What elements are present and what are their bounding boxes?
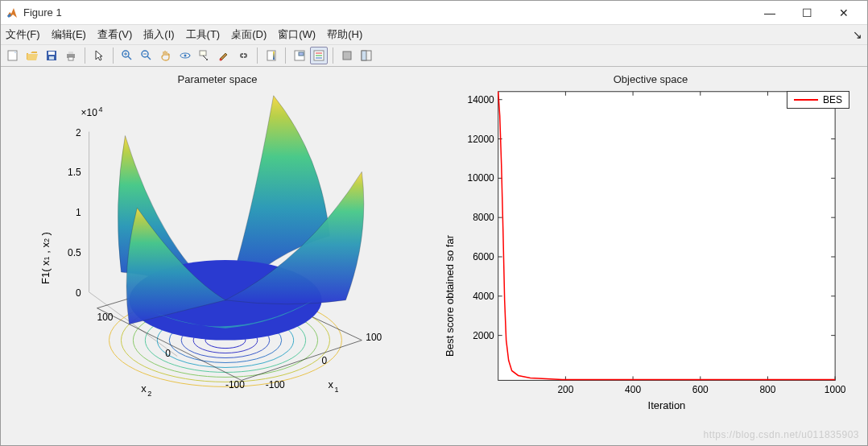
svg-text:100: 100 xyxy=(366,332,382,343)
svg-text:100: 100 xyxy=(97,312,114,323)
matlab-app-icon xyxy=(6,6,19,19)
svg-text:600: 600 xyxy=(692,384,709,395)
left-axes-title: Parameter space xyxy=(1,73,434,85)
svg-rect-28 xyxy=(343,52,351,60)
svg-text:0: 0 xyxy=(165,348,171,359)
svg-text:-100: -100 xyxy=(225,379,245,390)
svg-point-18 xyxy=(206,59,208,60)
svg-rect-3 xyxy=(49,56,54,60)
legend-line-icon xyxy=(794,99,818,101)
maximize-button[interactable]: ☐ xyxy=(788,1,825,25)
zoom-in-button[interactable] xyxy=(118,47,136,64)
svg-text:12000: 12000 xyxy=(468,134,495,145)
brush-button[interactable] xyxy=(215,47,233,64)
legend-label: BES xyxy=(823,94,842,105)
save-button[interactable] xyxy=(43,47,60,64)
minimize-button[interactable]: — xyxy=(751,1,788,25)
hide-tools-button[interactable] xyxy=(338,47,356,64)
svg-rect-5 xyxy=(68,52,73,54)
axes-parameter-space[interactable]: Parameter space F1( x1 , x2 ) ×10 4 2 1.… xyxy=(1,67,434,445)
svg-text:x: x xyxy=(141,382,147,394)
legend[interactable]: BES xyxy=(787,91,849,109)
toolbar xyxy=(1,44,867,67)
menu-insert[interactable]: 插入(I) xyxy=(143,27,174,42)
svg-text:14000: 14000 xyxy=(468,94,495,105)
svg-point-15 xyxy=(184,55,187,57)
left-zlabel: F1( x1 , x2 ) xyxy=(39,232,52,284)
svg-line-8 xyxy=(128,56,131,60)
svg-text:10000: 10000 xyxy=(468,172,495,184)
close-button[interactable]: ✕ xyxy=(825,1,862,25)
watermark: https://blog.csdn.net/u011835903 xyxy=(704,429,859,440)
svg-text:4: 4 xyxy=(99,105,103,114)
dock-button[interactable] xyxy=(358,47,375,64)
svg-text:0.5: 0.5 xyxy=(68,247,81,258)
pointer-button[interactable] xyxy=(90,47,108,64)
svg-text:1000: 1000 xyxy=(825,384,846,395)
svg-text:400: 400 xyxy=(625,384,641,395)
svg-rect-16 xyxy=(200,51,206,56)
menu-view[interactable]: 查看(V) xyxy=(97,27,132,42)
svg-text:4000: 4000 xyxy=(473,291,494,302)
print-button[interactable] xyxy=(62,47,80,64)
menu-file[interactable]: 文件(F) xyxy=(6,27,40,42)
svg-text:2: 2 xyxy=(147,390,151,398)
svg-text:800: 800 xyxy=(759,384,775,395)
svg-text:200: 200 xyxy=(557,384,573,395)
right-ylabel: Best score obtained so far xyxy=(444,235,456,357)
svg-rect-30 xyxy=(362,51,366,60)
window-title: Figure 1 xyxy=(23,6,751,19)
legend-button[interactable] xyxy=(291,47,308,64)
open-button[interactable] xyxy=(23,47,41,64)
svg-text:0: 0 xyxy=(322,356,328,367)
link-button[interactable] xyxy=(234,47,252,64)
svg-line-12 xyxy=(147,56,151,60)
svg-text:8000: 8000 xyxy=(473,212,494,223)
menu-edit[interactable]: 编辑(E) xyxy=(52,27,86,42)
datacursor-button[interactable] xyxy=(196,47,213,64)
menu-help[interactable]: 帮助(H) xyxy=(327,27,362,42)
right-xlabel: Iteration xyxy=(648,399,686,411)
svg-text:-100: -100 xyxy=(266,379,285,390)
svg-text:1: 1 xyxy=(334,386,338,394)
svg-text:1: 1 xyxy=(76,207,81,218)
new-figure-button[interactable] xyxy=(4,47,22,64)
svg-rect-61 xyxy=(498,92,835,381)
svg-text:2000: 2000 xyxy=(473,330,494,341)
axes-objective-space[interactable]: Objective space Best score obtained so f… xyxy=(434,67,867,445)
menu-tools[interactable]: 工具(T) xyxy=(186,27,221,42)
svg-rect-2 xyxy=(48,52,55,55)
svg-text:x: x xyxy=(328,378,333,390)
svg-text:0: 0 xyxy=(76,287,81,299)
svg-rect-21 xyxy=(273,52,275,60)
surface-plot: ×10 4 2 1.5 1 0.5 0 xyxy=(1,67,434,445)
svg-text:1.5: 1.5 xyxy=(68,167,81,178)
menu-desktop[interactable]: 桌面(D) xyxy=(231,27,267,42)
menu-bar: 文件(F) 编辑(E) 查看(V) 插入(I) 工具(T) 桌面(D) 窗口(W… xyxy=(1,25,867,44)
svg-text:6000: 6000 xyxy=(473,251,494,262)
dock-arrow-icon[interactable]: ↘ xyxy=(853,28,862,41)
colorbar-button[interactable] xyxy=(262,47,280,64)
svg-point-19 xyxy=(220,59,222,61)
title-bar: Figure 1 — ☐ ✕ xyxy=(1,1,867,25)
rotate3d-button[interactable] xyxy=(176,47,194,64)
right-axes-title: Objective space xyxy=(434,73,867,85)
figure-area: Parameter space F1( x1 , x2 ) ×10 4 2 1.… xyxy=(1,67,867,445)
z-multiplier: ×10 xyxy=(81,107,98,118)
svg-text:2: 2 xyxy=(76,127,81,138)
zoom-out-button[interactable] xyxy=(138,47,155,64)
svg-rect-23 xyxy=(299,52,304,56)
svg-line-17 xyxy=(203,56,206,59)
svg-rect-6 xyxy=(68,57,73,60)
menu-window[interactable]: 窗口(W) xyxy=(278,27,316,42)
insert-legend-button[interactable] xyxy=(310,47,328,64)
pan-button[interactable] xyxy=(157,47,175,64)
convergence-plot: 14000 12000 10000 8000 6000 4000 2000 2 xyxy=(434,67,867,445)
